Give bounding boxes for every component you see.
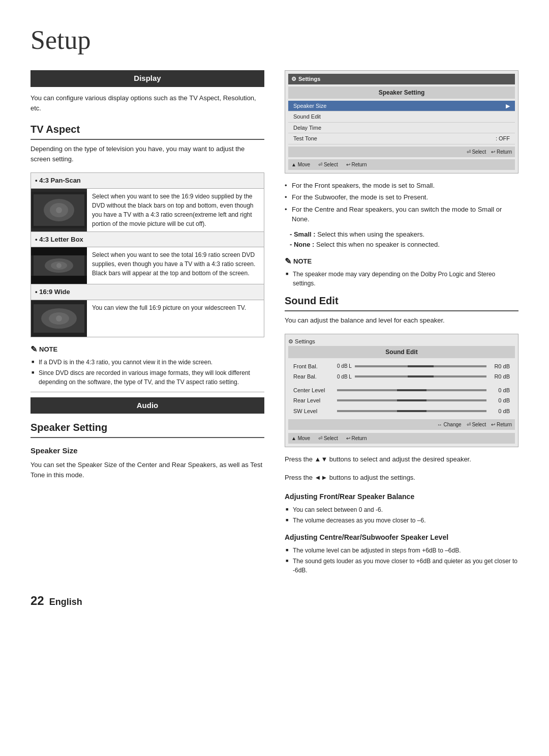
sound-edit-intro: You can adjust the balance and level for… [285, 315, 518, 326]
screenshot-footer2: ▲ Move ⏎ Select ↩ Return [288, 159, 515, 170]
note-item-1: If a DVD is in the 4:3 ratio, you cannot… [30, 358, 264, 367]
wide-text: You can view the full 16:9 picture on yo… [87, 300, 264, 337]
screenshot-row-0: Speaker Size▶ [288, 101, 515, 112]
press-text-1: Press the ▲▼ buttons to select and adjus… [285, 454, 518, 464]
rear-level-row: Rear Level 0 dB [288, 395, 515, 406]
sound-edit-title-bar: ⚙ Settings [288, 337, 515, 346]
sound-edit-screenshot-header: Sound Edit [288, 346, 515, 358]
wide-image [31, 300, 87, 337]
screenshot-header: Speaker Setting [288, 86, 515, 99]
rear-bal-row: Rear Bal. 0 dB L R0 dB [288, 371, 515, 382]
screenshot-title-bar: ⚙ Settings [288, 74, 515, 84]
svg-rect-7 [31, 276, 87, 284]
small-label: - Small : Select this when using the spe… [290, 229, 518, 240]
none-label: - None : Select this when no speaker is … [290, 240, 518, 250]
adj-centre-item-1: The volume level can be adjusted in step… [285, 546, 518, 555]
screenshot-row-1: Sound Edit [288, 111, 515, 123]
sound-edit-footer2: ▲ Move ⏎ Select ↩ Return [288, 433, 515, 444]
note-item-2: Since DVD discs are recorded in various … [30, 368, 264, 387]
speaker-note: ✎ NOTE The speaker mode may vary dependi… [285, 255, 518, 288]
center-bar [337, 389, 486, 391]
wide-header: • 16:9 Wide [31, 284, 264, 300]
right-column: ⚙ Settings Speaker Setting Speaker Size▶… [285, 70, 518, 576]
front-bal-bar [355, 365, 486, 367]
svg-point-4 [56, 207, 62, 213]
rear-level-bar [337, 399, 486, 401]
sound-edit-title: Sound Edit [285, 293, 518, 311]
adjusting-centre-title: Adjusting Centre/Rear/Subwoofer Speaker … [285, 532, 518, 543]
divider-audio [30, 392, 264, 392]
letter-box-header: • 4:3 Letter Box [31, 232, 264, 248]
rear-bal-bar [355, 375, 486, 377]
tv-aspect-note: ✎ NOTE If a DVD is in the 4:3 ratio, you… [30, 343, 264, 387]
pan-scan-text: Select when you want to see the 16:9 vid… [87, 189, 264, 231]
letter-box-image [31, 247, 87, 284]
settings-icon: ⚙ [288, 338, 293, 344]
adj-front-item-1: You can select between 0 and -6. [285, 505, 518, 514]
letter-box-row: Select when you want to see the total 16… [31, 247, 264, 284]
speaker-note-text: The speaker mode may vary depending on t… [285, 270, 518, 288]
tv-aspect-subtitle: Depending on the type of television you … [30, 144, 264, 164]
speaker-note-title: ✎ NOTE [285, 255, 518, 268]
pan-scan-row: Select when you want to see the 16:9 vid… [31, 189, 264, 232]
tv-aspect-table: • 4:3 Pan-Scan Select when you want to s… [30, 172, 264, 337]
svg-point-11 [56, 263, 62, 268]
page-title: Setup [30, 20, 518, 60]
svg-point-16 [56, 315, 62, 322]
bullet-3: For the Centre and Rear speakers, you ca… [285, 205, 518, 224]
speaker-setting-title: Speaker Setting [30, 420, 264, 438]
center-level-row: Center Level 0 dB [288, 385, 515, 396]
bullet-1: For the Front speakers, the mode is set … [285, 181, 518, 191]
left-column: Display You can configure various displa… [30, 70, 264, 576]
pan-scan-header: • 4:3 Pan-Scan [31, 173, 264, 189]
pan-scan-image [31, 189, 87, 231]
sound-edit-screenshot: ⚙ Settings Sound Edit Front Bal. 0 dB L … [285, 334, 518, 447]
audio-section-header: Audio [30, 397, 264, 414]
speaker-setting-screenshot: ⚙ Settings Speaker Setting Speaker Size▶… [285, 70, 518, 173]
svg-rect-6 [31, 247, 87, 255]
display-intro: You can configure various display option… [30, 93, 264, 113]
adj-centre-item-2: The sound gets louder as you move closer… [285, 557, 518, 575]
tv-aspect-title: TV Aspect [30, 122, 264, 140]
letter-box-text: Select when you want to see the total 16… [87, 247, 264, 284]
sw-level-row: SW Level 0 dB [288, 406, 515, 417]
press-text-2: Press the ◄► buttons to adjust the setti… [285, 473, 518, 483]
sound-edit-footer: ↔ Change ⏎ Select ↩ Return [288, 419, 515, 430]
display-section-header: Display [30, 70, 264, 87]
screenshot-row-2: Delay Time [288, 123, 515, 134]
screenshot-row-3: Test Tone: OFF [288, 133, 515, 144]
screenshot-footer: ⏎ Select ↩ Return [288, 147, 515, 157]
adj-front-item-2: The volume decreases as you move closer … [285, 516, 518, 525]
page-number-container: 22 English [30, 592, 518, 610]
note-title-display: ✎ NOTE [30, 343, 264, 356]
speaker-size-subtitle: Speaker Size [30, 445, 264, 457]
page-number: 22 [30, 592, 44, 610]
speaker-note-icon: ✎ [285, 255, 291, 268]
speaker-bullets: For the Front speakers, the mode is set … [285, 181, 518, 224]
wide-row: You can view the full 16:9 picture on yo… [31, 300, 264, 337]
adjusting-front-rear-title: Adjusting Front/Rear Speaker Balance [285, 491, 518, 502]
sw-bar [337, 410, 486, 412]
front-bal-row: Front Bal. 0 dB L R0 dB [288, 361, 515, 372]
language-label: English [49, 595, 82, 609]
note-icon: ✎ [30, 343, 37, 356]
camera-icon: ⚙ [291, 75, 296, 83]
speaker-size-text: You can set the Speaker Size of the Cent… [30, 460, 264, 480]
bullet-2: For the Subwoofer, the mode is set to Pr… [285, 192, 518, 202]
